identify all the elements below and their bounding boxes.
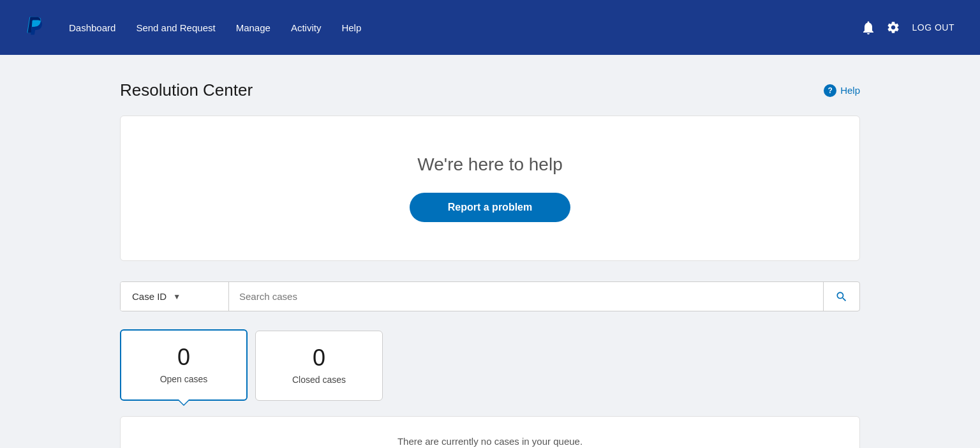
- nav-link-activity[interactable]: Activity: [291, 22, 322, 33]
- notification-bell-button[interactable]: [862, 20, 875, 34]
- help-link-label: Help: [840, 85, 860, 96]
- settings-gear-button[interactable]: [886, 20, 900, 34]
- nav-link-help[interactable]: Help: [341, 22, 361, 33]
- nav-icons: LOG OUT: [862, 20, 954, 34]
- logout-button[interactable]: LOG OUT: [912, 22, 954, 33]
- page-header: Resolution Center ? Help: [120, 80, 860, 100]
- help-circle-icon: ?: [824, 84, 836, 97]
- nav-link-dashboard[interactable]: Dashboard: [69, 22, 115, 33]
- closed-cases-label: Closed cases: [288, 375, 350, 385]
- closed-cases-count: 0: [288, 347, 350, 370]
- search-dropdown[interactable]: Case ID ▼: [121, 282, 229, 311]
- search-dropdown-label: Case ID: [132, 291, 167, 302]
- chevron-down-icon: ▼: [173, 292, 181, 301]
- nav-links: Dashboard Send and Request Manage Activi…: [69, 22, 862, 33]
- case-tabs: 0 Open cases 0 Closed cases: [120, 329, 860, 401]
- hero-card: We're here to help Report a problem: [120, 116, 860, 261]
- report-problem-button[interactable]: Report a problem: [410, 193, 570, 222]
- nav-link-manage[interactable]: Manage: [236, 22, 271, 33]
- open-cases-label: Open cases: [153, 374, 214, 384]
- empty-state-message: There are currently no cases in your que…: [397, 436, 583, 447]
- search-bar: Case ID ▼: [120, 281, 860, 311]
- empty-state: There are currently no cases in your que…: [120, 416, 860, 448]
- paypal-logo[interactable]: [26, 15, 43, 40]
- open-cases-count: 0: [153, 346, 214, 369]
- search-input-wrap: [229, 282, 823, 311]
- navbar: Dashboard Send and Request Manage Activi…: [0, 0, 980, 55]
- main-content: Resolution Center ? Help We're here to h…: [107, 55, 873, 448]
- hero-text: We're here to help: [133, 154, 847, 175]
- closed-cases-tab[interactable]: 0 Closed cases: [255, 331, 383, 401]
- search-button[interactable]: [823, 282, 859, 311]
- open-cases-tab[interactable]: 0 Open cases: [120, 329, 248, 401]
- page-title: Resolution Center: [120, 80, 253, 100]
- nav-link-send-request[interactable]: Send and Request: [136, 22, 215, 33]
- search-input[interactable]: [229, 282, 823, 311]
- help-link[interactable]: ? Help: [824, 84, 860, 97]
